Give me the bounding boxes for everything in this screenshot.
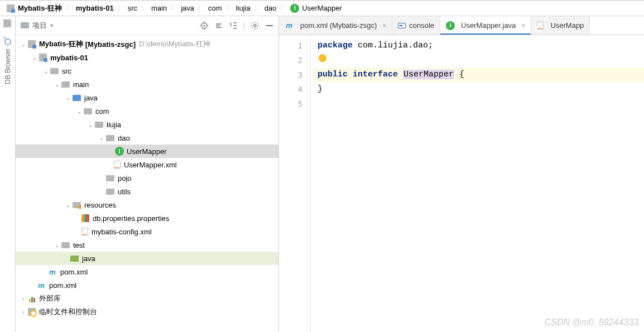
close-icon[interactable]: × <box>382 22 386 30</box>
tree-test[interactable]: ⌄ test <box>16 238 278 252</box>
breadcrumb: Mybatis-狂神 〉 mybatis-01 〉 src 〉 main 〉 j… <box>0 1 644 16</box>
rail-project[interactable]: 项目 <box>3 20 12 31</box>
watermark: CSDN @m0_59244333 <box>545 317 638 328</box>
breadcrumb-dao[interactable]: dao <box>262 4 279 12</box>
tree-module[interactable]: ⌄ mybatis-01 <box>16 51 278 64</box>
package-icon <box>106 175 114 181</box>
breadcrumb-liujia[interactable]: liujia <box>234 4 253 12</box>
tree-resources[interactable]: ⌄ resources <box>16 198 278 211</box>
tree-external-libs[interactable]: › 外部库 <box>16 292 278 305</box>
package-icon <box>106 189 114 195</box>
svg-rect-7 <box>266 25 273 26</box>
tree-root-pom[interactable]: m pom.xml <box>16 278 278 292</box>
maven-icon: m <box>48 267 57 276</box>
collapse-icon[interactable] <box>229 21 238 30</box>
project-icon <box>7 4 15 12</box>
breadcrumb-com[interactable]: com <box>206 4 224 12</box>
tree-src[interactable]: ⌄ src <box>16 64 278 78</box>
maven-icon: m <box>285 21 294 30</box>
module-icon <box>28 40 36 48</box>
code-line-4: } <box>313 82 644 97</box>
panel-title: 项目 <box>32 21 47 31</box>
interface-icon: I <box>290 4 299 13</box>
project-rail-icon <box>4 20 12 27</box>
breadcrumb-module[interactable]: mybatis-01 <box>74 4 116 12</box>
tree-test-java[interactable]: java <box>16 252 278 265</box>
libraries-icon <box>28 295 36 302</box>
tree-dao[interactable]: ⌄ dao <box>16 131 278 145</box>
tree-liujia[interactable]: ⌄ liujia <box>16 118 278 131</box>
editor: m pom.xml (Mybatis-zsgc) × console I Use… <box>279 16 644 332</box>
tree-dbprops[interactable]: db.properties.properties <box>16 211 278 225</box>
package-icon <box>106 135 114 141</box>
project-panel-header: 项目 ▾ | <box>16 16 278 35</box>
tree-module-pom[interactable]: m pom.xml <box>16 265 278 278</box>
interface-icon: I <box>446 21 455 30</box>
locate-icon[interactable] <box>200 21 209 30</box>
folder-icon <box>50 68 59 74</box>
tree-pojo[interactable]: › pojo <box>16 171 278 185</box>
tab-pom[interactable]: m pom.xml (Mybatis-zsgc) × <box>279 16 392 35</box>
breadcrumb-leaf[interactable]: I UserMapper <box>288 4 344 13</box>
interface-icon: I <box>115 147 124 156</box>
console-icon <box>398 23 406 28</box>
breadcrumb-root[interactable]: Mybatis-狂神 <box>4 3 64 13</box>
xml-icon <box>114 161 121 169</box>
package-icon <box>84 108 92 114</box>
properties-icon <box>81 214 89 222</box>
package-icon <box>95 122 103 128</box>
tree-root[interactable]: ⌄ Mybatis-狂神 [Mybatis-zsgc] D:\demo\Myba… <box>16 37 278 51</box>
tree-java[interactable]: ⌄ java <box>16 91 278 104</box>
folder-icon <box>61 242 70 248</box>
tab-usermapper[interactable]: I UserMapper.java × <box>440 16 531 35</box>
tree-scratch[interactable]: › 临时文件和控制台 <box>16 305 278 319</box>
code-line-2 <box>313 53 644 68</box>
code-line-5 <box>313 97 644 111</box>
breadcrumb-src[interactable]: src <box>126 4 140 12</box>
folder-icon <box>61 81 70 88</box>
tree-utils[interactable]: › utils <box>16 185 278 198</box>
code-body[interactable]: package com.liujia.dao; public interface… <box>311 35 644 332</box>
tree-main[interactable]: ⌄ main <box>16 78 278 91</box>
tree-usermapper-xml[interactable]: UserMapper.xml <box>16 158 278 171</box>
breadcrumb-main[interactable]: main <box>149 4 169 12</box>
tab-console[interactable]: console <box>392 16 440 35</box>
tree-mybatis-cfg[interactable]: mybatis-config.xml <box>16 225 278 238</box>
maven-icon: m <box>37 281 46 290</box>
db-icon <box>4 39 11 45</box>
scratch-icon <box>28 308 36 316</box>
intention-bulb-icon[interactable] <box>319 54 326 62</box>
close-icon[interactable]: × <box>521 22 525 30</box>
xml-icon <box>81 228 88 235</box>
rail-db-browser[interactable]: DB Browser <box>4 39 12 84</box>
hide-icon[interactable] <box>265 21 274 30</box>
dropdown-icon[interactable]: ▾ <box>50 22 53 28</box>
code-line-1: package com.liujia.dao; <box>313 39 644 53</box>
tree-com[interactable]: ⌄ com <box>16 104 278 118</box>
gutter: 1 2 3 4 5 <box>279 35 310 332</box>
project-panel: 项目 ▾ | ⌄ Mybatis-狂神 [Mybatis-zsgc] D:\de… <box>16 16 279 332</box>
gear-icon[interactable] <box>251 21 259 30</box>
module-icon <box>39 54 47 61</box>
test-folder-icon <box>70 256 79 262</box>
breadcrumb-java[interactable]: java <box>179 4 196 12</box>
expand-icon[interactable] <box>214 21 223 30</box>
project-tree: ⌄ Mybatis-狂神 [Mybatis-zsgc] D:\demo\Myba… <box>16 35 278 332</box>
code-line-3: public interface UserMapper { <box>313 68 644 82</box>
folder-icon <box>20 21 29 30</box>
left-tool-rail: 项目 DB Browser <box>0 16 16 332</box>
xml-icon <box>537 22 544 30</box>
tree-usermapper[interactable]: I UserMapper <box>16 145 278 158</box>
tab-usermapper-xml[interactable]: UserMapp <box>531 16 590 35</box>
svg-point-1 <box>203 25 205 26</box>
svg-point-6 <box>254 25 256 27</box>
editor-tabs: m pom.xml (Mybatis-zsgc) × console I Use… <box>279 16 644 35</box>
source-folder-icon <box>73 95 81 101</box>
